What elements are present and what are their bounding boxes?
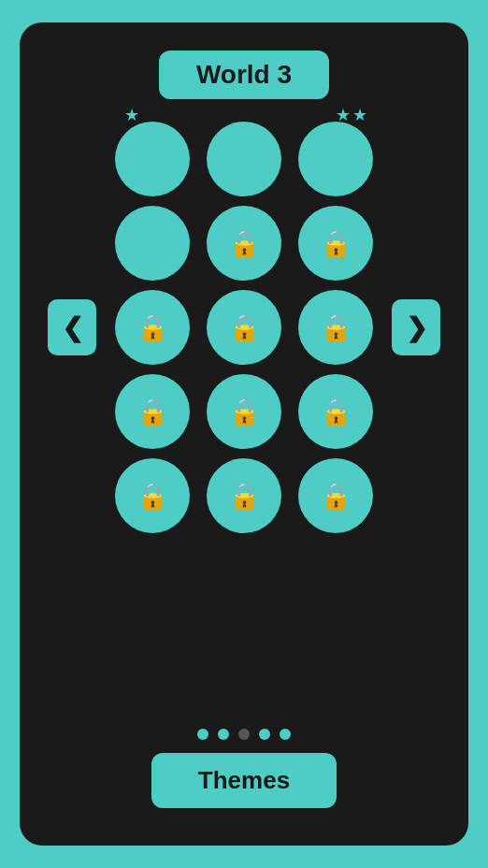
level-button-8[interactable]: 🔒 — [207, 290, 281, 365]
chevron-right-icon: ❯ — [406, 312, 427, 343]
level-row-3: ❮ 🔒 🔒 🔒 ❯ — [38, 290, 450, 365]
main-container: World 3 ★ ★ ★ — [20, 22, 468, 846]
level-row-1: ★ ★ ★ — [38, 122, 450, 196]
dot-3[interactable] — [238, 729, 250, 740]
lock-icon: 🔒 — [228, 228, 261, 259]
chevron-left-icon: ❮ — [62, 312, 83, 343]
level-row-4: 🔒 🔒 🔒 — [38, 374, 450, 449]
level-button-3[interactable]: ★ ★ — [298, 122, 373, 196]
lock-icon: 🔒 — [228, 312, 261, 343]
level-row-2: 🔒 🔒 — [38, 206, 450, 281]
page-dots — [197, 729, 291, 740]
level-button-13[interactable]: 🔒 — [115, 458, 190, 533]
levels-area: ★ ★ ★ 🔒 🔒 — [38, 122, 450, 716]
star-icon: ★ — [124, 105, 139, 125]
level-button-1[interactable]: ★ — [115, 122, 190, 196]
themes-button[interactable]: Themes — [151, 753, 337, 808]
page-title: World 3 — [196, 60, 292, 89]
lock-icon: 🔒 — [228, 397, 261, 427]
level-button-11[interactable]: 🔒 — [207, 374, 281, 449]
level-button-10[interactable]: 🔒 — [115, 374, 190, 449]
level-button-9[interactable]: 🔒 — [298, 290, 373, 365]
dot-2[interactable] — [218, 729, 229, 740]
lock-icon: 🔒 — [320, 228, 352, 259]
level-button-4[interactable] — [115, 206, 190, 281]
level-row-5: 🔒 🔒 🔒 — [38, 458, 450, 533]
dot-1[interactable] — [197, 729, 208, 740]
level-button-2[interactable] — [207, 122, 281, 196]
level-button-7[interactable]: 🔒 — [115, 290, 190, 365]
level-button-15[interactable]: 🔒 — [298, 458, 373, 533]
lock-icon: 🔒 — [136, 312, 169, 343]
next-arrow[interactable]: ❯ — [392, 299, 440, 355]
lock-icon: 🔒 — [320, 312, 352, 343]
title-badge[interactable]: World 3 — [159, 51, 329, 99]
lock-icon: 🔒 — [320, 397, 352, 427]
lock-icon: 🔒 — [136, 397, 169, 427]
lock-icon: 🔒 — [320, 481, 352, 512]
dot-4[interactable] — [259, 729, 270, 740]
level-button-6[interactable]: 🔒 — [298, 206, 373, 281]
themes-label: Themes — [198, 766, 290, 794]
dot-5[interactable] — [280, 729, 291, 740]
prev-arrow[interactable]: ❮ — [48, 299, 96, 355]
star-icon: ★ — [336, 105, 351, 125]
level-button-12[interactable]: 🔒 — [298, 374, 373, 449]
level-button-5[interactable]: 🔒 — [207, 206, 281, 281]
lock-icon: 🔒 — [228, 481, 261, 512]
star-icon: ★ — [352, 105, 367, 125]
lock-icon: 🔒 — [136, 481, 169, 512]
level-button-14[interactable]: 🔒 — [207, 458, 281, 533]
